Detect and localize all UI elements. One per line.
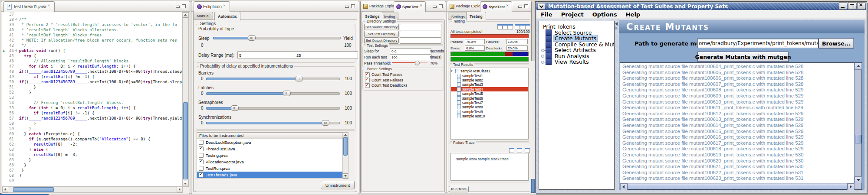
test-result-row[interactable]: sampleTest1	[451, 73, 528, 78]
tab-eclipticon[interactable]: Eclipticon	[194, 1, 230, 12]
list-item[interactable]: AllocationVector.java	[197, 159, 348, 165]
test-result-row[interactable]: sampleTest7	[451, 101, 528, 105]
menu-project[interactable]: Project	[557, 11, 588, 18]
code-editor[interactable]: 3738/**39 * Perform 2 * 'resultBuf.lengt…	[2, 12, 183, 187]
maximize-icon[interactable]	[438, 4, 443, 8]
close-button[interactable]	[857, 2, 865, 10]
toolbar-icon[interactable]	[508, 24, 513, 29]
test-result-row[interactable]: sampleTest4	[451, 87, 528, 91]
browse-button[interactable]: Browse...	[819, 38, 854, 49]
checkbox[interactable]	[365, 83, 370, 88]
close-icon[interactable]	[420, 5, 423, 9]
run-each-test-input[interactable]: 100	[390, 54, 431, 60]
instrumentation-slider[interactable]	[206, 120, 340, 125]
tree-root-row[interactable]: ▾sampleTestClass1	[451, 69, 528, 73]
checkbox[interactable]	[199, 140, 204, 145]
scroll-up-icon[interactable]	[855, 63, 862, 70]
parser-check-row[interactable]: Count Test Deadlocks	[365, 83, 440, 88]
instrumentation-slider[interactable]	[206, 106, 340, 110]
list-item[interactable]: TestThread1.java	[197, 172, 348, 178]
checkbox[interactable]	[199, 146, 204, 151]
instrumentation-slider[interactable]	[206, 76, 340, 81]
toolbar-icon[interactable]	[515, 24, 520, 29]
tab-manual[interactable]: Manual	[193, 12, 213, 20]
scroll-left-icon[interactable]	[620, 183, 628, 190]
toolbar-icon[interactable]	[525, 24, 530, 29]
tab-testthread1-java[interactable]: TestThread1.java	[3, 1, 55, 12]
checkbox[interactable]	[199, 166, 204, 171]
scroll-right-icon[interactable]	[847, 183, 855, 190]
fold-marker-icon[interactable]	[15, 17, 19, 22]
set-directory-button[interactable]: Set Source Directory	[364, 24, 399, 30]
split-divider[interactable]	[615, 21, 618, 190]
vscroll-thumb[interactable]	[343, 137, 348, 156]
parser-check-row[interactable]: Count Test Passes	[365, 72, 440, 78]
checkbox[interactable]	[199, 153, 204, 158]
menu-help[interactable]: Help	[621, 11, 644, 18]
tab-testing[interactable]: Testing	[466, 12, 486, 20]
log-hscrollbar[interactable]	[620, 183, 855, 189]
collapse-left-icon[interactable]	[615, 22, 618, 26]
tree-item[interactable]: Create Mutants	[539, 36, 614, 42]
failure-trace-area[interactable]: sampleTest4.sample.stack.trace	[450, 153, 529, 181]
tree-root[interactable]: Print Tokens	[539, 24, 614, 30]
set-directory-button[interactable]: Set Test Directory	[364, 31, 399, 37]
minimize-icon[interactable]	[175, 4, 180, 8]
editor-hscrollbar[interactable]	[2, 186, 183, 193]
test-results-list[interactable]: ▾sampleTestClass1sampleTest1sampleTest2s…	[450, 68, 529, 140]
tree-item[interactable]: Select Source	[539, 30, 614, 36]
scroll-down-icon[interactable]	[183, 181, 188, 186]
close-icon[interactable]	[223, 5, 227, 9]
editor-vscrollbar[interactable]	[182, 12, 189, 187]
scroll-right-icon[interactable]	[177, 187, 182, 192]
minimize-icon[interactable]	[432, 4, 437, 8]
files-list[interactable]: Files to be Instrumented DeadLockExcepti…	[197, 132, 349, 179]
run-tests-button[interactable]: Run Tests	[449, 186, 469, 192]
directory-input[interactable]	[400, 31, 441, 37]
slider-thumb[interactable]	[295, 76, 303, 81]
test-result-row[interactable]: sampleTest3	[451, 82, 528, 87]
instrumentation-slider[interactable]	[206, 91, 340, 96]
tab-synctest[interactable]: SyncTest	[480, 1, 512, 12]
list-item[interactable]: TestRun.java	[197, 165, 348, 172]
vscroll-thumb[interactable]	[183, 102, 188, 179]
list-item[interactable]: ThreadTest.java	[197, 146, 348, 152]
checkbox[interactable]	[199, 172, 204, 177]
project-tree[interactable]: Print Tokens Select SourceCreate Mutants…	[539, 21, 615, 190]
vscroll-thumb[interactable]	[855, 135, 861, 143]
minimize-button[interactable]	[839, 2, 847, 10]
set-directory-button[interactable]: Set Output Directory	[364, 37, 399, 44]
maximize-button[interactable]	[848, 2, 856, 10]
log-vscrollbar[interactable]	[854, 63, 861, 183]
test-result-row[interactable]: sampleTest9	[451, 110, 528, 114]
close-icon[interactable]	[506, 5, 510, 9]
directory-input[interactable]	[400, 24, 441, 30]
expand-handle-icon[interactable]	[541, 60, 546, 64]
minimize-icon[interactable]	[345, 4, 349, 8]
slider-thumb[interactable]	[231, 105, 239, 111]
expand-handle-icon[interactable]	[541, 54, 546, 58]
directory-input[interactable]	[400, 37, 441, 44]
list-item[interactable]: DeadLockException.java	[197, 139, 348, 146]
fold-marker-icon[interactable]	[15, 48, 19, 53]
maximize-icon[interactable]	[181, 4, 186, 8]
tab-settings[interactable]: Settings	[362, 12, 383, 20]
test-result-row[interactable]: sampleTest8	[451, 105, 528, 109]
hscroll-thumb[interactable]	[13, 187, 54, 192]
slider-thumb[interactable]	[322, 120, 329, 126]
log-output[interactable]: Generating mutant source file mutant1006…	[621, 63, 855, 183]
toolbar-icon[interactable]	[509, 148, 514, 153]
path-input[interactable]: ome/bradbury/Experiments/print_tokens/mu…	[697, 39, 819, 48]
tab-automatic[interactable]: Automatic	[214, 12, 240, 20]
delay-max-input[interactable]: 25	[295, 51, 358, 59]
tree-item[interactable]: Compile Source & Mutants	[539, 42, 614, 48]
expand-handle-icon[interactable]	[541, 48, 546, 52]
tree-item[interactable]: Run Analysis	[539, 53, 614, 59]
test-result-row[interactable]: sampleTest2	[451, 78, 528, 82]
minimize-icon[interactable]	[518, 4, 523, 8]
scroll-down-icon[interactable]	[343, 173, 348, 179]
tree-item[interactable]: View Results	[539, 59, 614, 65]
generate-mutants-button[interactable]: Generate Mutants with mutgen	[697, 52, 789, 62]
checkbox[interactable]	[199, 159, 204, 164]
slider-thumb[interactable]	[283, 91, 291, 96]
